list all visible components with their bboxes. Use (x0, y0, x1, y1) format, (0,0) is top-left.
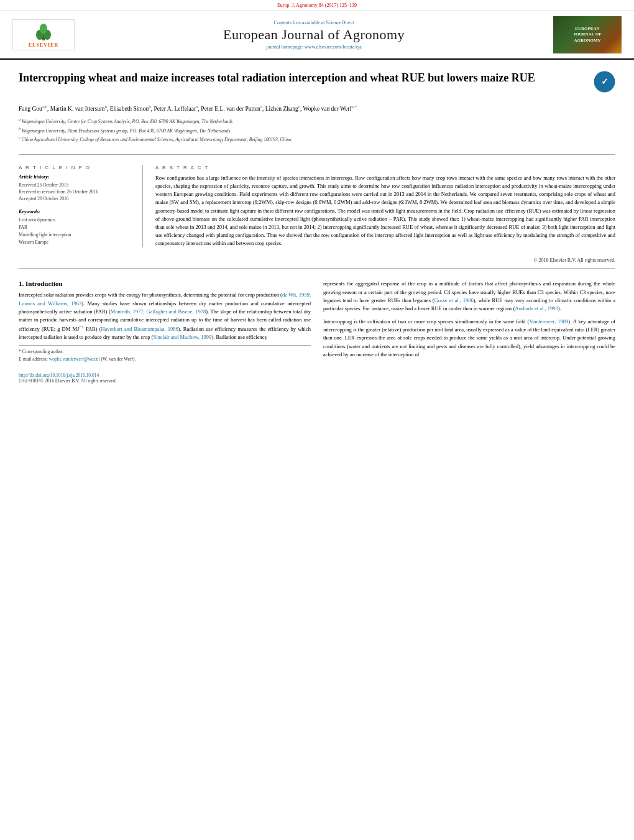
ref-dewit[interactable]: de Wit, 1959; Loomis and Williams, 1963 (19, 292, 311, 306)
elsevier-logo-area: ELSEVIER (12, 19, 75, 50)
journal-citation: Europ. J. Agronomy 84 (2017) 125–139 (277, 2, 357, 8)
footnote-email-label: E-mail address: (19, 356, 48, 362)
affiliation-b: b Wageningen University, Plant Productio… (19, 126, 615, 135)
contents-label: Contents lists available at (274, 20, 325, 25)
footnote-star: * Corresponding author. (19, 349, 64, 354)
copyright-line: © 2016 Elsevier B.V. All rights reserved… (0, 257, 634, 263)
footnote-section: * Corresponding author. E-mail address: … (19, 345, 311, 362)
keyword-1: Leaf area dynamics (19, 216, 133, 224)
affiliations: a Wageningen University, Centre for Crop… (19, 117, 615, 144)
agronomy-logo-text: EUROPEAN JOURNAL OF AGRONOMY (574, 26, 602, 43)
section-1-title: 1. Introduction (19, 280, 311, 287)
keyword-4: Western Europe (19, 239, 133, 246)
homepage-line: journal homepage: www.elsevier.com/locat… (75, 44, 553, 50)
abstract-column: A B S T R A C T Row configuration has a … (155, 165, 615, 248)
footnote-email-address[interactable]: wopke.vanderwerf@wur.nl (49, 356, 100, 362)
page-wrapper: Europ. J. Agronomy 84 (2017) 125–139 ELS… (0, 0, 634, 386)
ref-monteith[interactable]: Monteith, 1977; Gallagher and Biscoe, 19… (111, 308, 206, 315)
affiliation-c: c China Agricultural University, College… (19, 135, 615, 144)
footnote-email: E-mail address: wopke.vanderwerf@wur.nl … (19, 356, 311, 362)
section-1-number: 1. (19, 280, 24, 287)
authors-line: Fang Goua,b, Martin K. van Ittersumb, El… (19, 104, 615, 113)
ref-andrade[interactable]: Andrade et al., 1993 (515, 305, 558, 312)
keywords-section: Keywords: Leaf area dynamics PAR Modelli… (19, 209, 133, 246)
abstract-text: Row configuration has a large influence … (155, 174, 615, 248)
section-divider (19, 154, 615, 155)
keywords-list: Leaf area dynamics PAR Modelling light i… (19, 216, 133, 246)
homepage-url[interactable]: www.elsevier.com/locate/eja (305, 44, 362, 50)
doi-section: http://dx.doi.org/10.1016/j.eja.2016.10.… (0, 369, 634, 386)
homepage-label: journal homepage: (266, 44, 303, 50)
contents-line: Contents lists available at ScienceDirec… (75, 20, 553, 25)
article-title-section: Intercropping wheat and maize increases … (0, 60, 634, 99)
article-info-abstract-section: A R T I C L E I N F O Article history: R… (0, 160, 634, 253)
elsevier-logo: ELSEVIER (12, 19, 75, 50)
section-1-heading: Introduction (25, 280, 63, 287)
article-info-column: A R T I C L E I N F O Article history: R… (19, 165, 143, 248)
body-column-left: 1. Introduction Intercepted solar radiat… (19, 280, 311, 362)
journal-logo-right: EUROPEAN JOURNAL OF AGRONOMY (553, 16, 622, 53)
journal-header: ELSEVIER Contents lists available at Sci… (0, 11, 634, 60)
footnote-corresponding: * Corresponding author. (19, 348, 311, 355)
section-1-right-text-2: Intercropping is the cultivation of two … (323, 318, 615, 359)
doi-url[interactable]: http://dx.doi.org/10.1016/j.eja.2016.10.… (19, 372, 615, 378)
journal-name: European Journal of Agronomy (75, 27, 553, 43)
ref-haverkort[interactable]: Haverkort and Bicamumpaka, 1986 (101, 326, 178, 332)
accepted-date: Accepted 28 October 2016 (19, 195, 133, 202)
keyword-3: Modelling light interception (19, 231, 133, 239)
copyright-text: © 2016 Elsevier B.V. All rights reserved… (534, 257, 615, 263)
footnote-email-suffix: (W. van der Werf). (101, 356, 136, 362)
abstract-header: A B S T R A C T (155, 165, 615, 170)
elsevier-wordmark: ELSEVIER (29, 42, 58, 48)
history-title: Article history: (19, 174, 133, 180)
crossmark-badge[interactable]: ✓ (594, 71, 615, 93)
article-history: Article history: Received 25 October 201… (19, 174, 133, 203)
ref-sinclair[interactable]: Sinclair and Muchow, 1999 (153, 334, 211, 340)
journal-title-area: Contents lists available at ScienceDirec… (75, 20, 553, 50)
section-1-left-text: Intercepted solar radiation provides cro… (19, 291, 311, 341)
body-divider (19, 268, 615, 269)
article-title: Intercropping wheat and maize increases … (19, 71, 594, 85)
journal-citation-bar: Europ. J. Agronomy 84 (2017) 125–139 (0, 0, 634, 11)
keywords-title: Keywords: (19, 209, 133, 215)
received-date: Received 25 October 2015 (19, 182, 133, 188)
main-body: 1. Introduction Intercepted solar radiat… (0, 274, 634, 368)
authors-section: Fang Goua,b, Martin K. van Ittersumb, El… (0, 99, 634, 149)
section-1-right-text-1: represents the aggregated response of th… (323, 280, 615, 313)
svg-point-4 (40, 24, 47, 34)
doi-copyright: 1161-0301/© 2016 Elsevier B.V. All right… (19, 378, 615, 384)
elsevier-tree-icon (31, 22, 56, 41)
ref-gosse[interactable]: Gosse et al., 1986 (434, 297, 474, 303)
keyword-2: PAR (19, 224, 133, 231)
revised-date: Received in revised form 26 October 2016 (19, 188, 133, 195)
svg-text:✓: ✓ (601, 77, 609, 86)
ref-vandermeer[interactable]: Vandermeer, 1989 (529, 318, 568, 325)
affiliation-a: a Wageningen University, Centre for Crop… (19, 117, 615, 126)
body-column-right: represents the aggregated response of th… (323, 280, 615, 362)
sciencedirect-link[interactable]: ScienceDirect (326, 20, 354, 25)
article-info-header: A R T I C L E I N F O (19, 165, 133, 170)
